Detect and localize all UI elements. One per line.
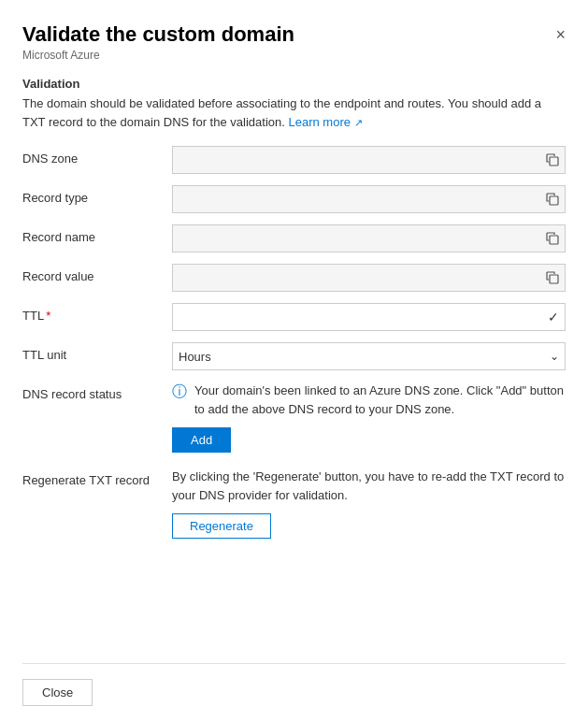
ttl-unit-select-wrapper: Seconds Minutes Hours Days ⌄: [172, 342, 566, 370]
record-value-input-wrapper: [172, 264, 566, 292]
dns-zone-copy-button[interactable]: [546, 153, 559, 166]
regenerate-description: By clicking the 'Regenerate' button, you…: [172, 468, 566, 504]
dns-status-info-box: ⓘ Your domain's been linked to an Azure …: [172, 382, 566, 418]
regenerate-row: Regenerate TXT record By clicking the 'R…: [22, 468, 566, 539]
validation-description: The domain should be validated before as…: [22, 94, 566, 131]
regenerate-control: By clicking the 'Regenerate' button, you…: [172, 468, 566, 539]
record-type-input-wrapper: TXT: [172, 185, 566, 213]
dns-record-status-label: DNS record status: [22, 382, 172, 401]
svg-rect-3: [550, 275, 558, 283]
record-name-input[interactable]: _dnsauth.contoso.fabrikam.com: [179, 232, 546, 246]
close-footer-button[interactable]: Close: [22, 679, 93, 706]
ttl-unit-label: TTL unit: [22, 342, 172, 362]
external-link-icon: ↗: [354, 117, 363, 128]
info-icon: ⓘ: [172, 382, 187, 402]
required-star: *: [46, 309, 50, 323]
dns-status-info-text: Your domain's been linked to an Azure DN…: [194, 382, 566, 418]
record-type-row: Record type TXT: [22, 185, 566, 213]
ttl-unit-select[interactable]: Seconds Minutes Hours Days: [179, 350, 550, 364]
record-type-input[interactable]: TXT: [179, 193, 546, 207]
record-type-label: Record type: [22, 185, 172, 205]
dns-zone-control: [172, 146, 566, 174]
regenerate-label: Regenerate TXT record: [22, 468, 172, 487]
ttl-checkmark-icon: ✓: [548, 310, 559, 324]
record-type-control: TXT: [172, 185, 566, 213]
dialog-footer: Close: [22, 663, 566, 721]
ttl-label: TTL*: [22, 303, 172, 323]
record-type-copy-button[interactable]: [546, 193, 559, 206]
record-name-row: Record name _dnsauth.contoso.fabrikam.co…: [22, 224, 566, 252]
ttl-unit-control: Seconds Minutes Hours Days ⌄: [172, 342, 566, 370]
record-name-control: _dnsauth.contoso.fabrikam.com: [172, 224, 566, 252]
record-value-control: [172, 264, 566, 292]
svg-rect-0: [550, 157, 558, 166]
description-text: The domain should be validated before as…: [22, 96, 541, 129]
record-value-input[interactable]: [179, 271, 546, 285]
dns-record-status-control: ⓘ Your domain's been linked to an Azure …: [172, 382, 566, 453]
ttl-row: TTL* 1 ✓: [22, 303, 566, 331]
record-name-copy-button[interactable]: [546, 232, 559, 245]
dns-zone-input[interactable]: [179, 153, 546, 167]
learn-more-link[interactable]: Learn more: [288, 115, 350, 129]
dns-zone-input-wrapper: [172, 146, 566, 174]
ttl-unit-row: TTL unit Seconds Minutes Hours Days ⌄: [22, 342, 566, 370]
record-name-label: Record name: [22, 224, 172, 244]
validation-section-title: Validation: [22, 77, 566, 91]
add-button[interactable]: Add: [172, 427, 231, 453]
record-value-copy-button[interactable]: [546, 271, 559, 284]
dns-zone-row: DNS zone: [22, 146, 566, 174]
dialog-subtitle: Microsoft Azure: [22, 49, 566, 62]
dns-record-status-row: DNS record status ⓘ Your domain's been l…: [22, 382, 566, 453]
dialog-header: Validate the custom domain ×: [22, 22, 566, 47]
ttl-control: 1 ✓: [172, 303, 566, 331]
content-area: Validation The domain should be validate…: [22, 77, 566, 663]
chevron-down-icon: ⌄: [550, 350, 559, 363]
regenerate-button[interactable]: Regenerate: [172, 513, 271, 539]
svg-rect-2: [550, 236, 558, 244]
svg-rect-1: [550, 196, 558, 205]
ttl-input[interactable]: 1: [179, 310, 216, 324]
dialog-title: Validate the custom domain: [22, 22, 294, 47]
dialog-close-button[interactable]: ×: [555, 26, 566, 43]
record-value-row: Record value: [22, 264, 566, 292]
validate-domain-dialog: Validate the custom domain × Microsoft A…: [0, 0, 588, 721]
dns-zone-label: DNS zone: [22, 146, 172, 166]
ttl-input-wrapper: 1 ✓: [172, 303, 566, 331]
record-value-label: Record value: [22, 264, 172, 283]
record-name-input-wrapper: _dnsauth.contoso.fabrikam.com: [172, 224, 566, 252]
